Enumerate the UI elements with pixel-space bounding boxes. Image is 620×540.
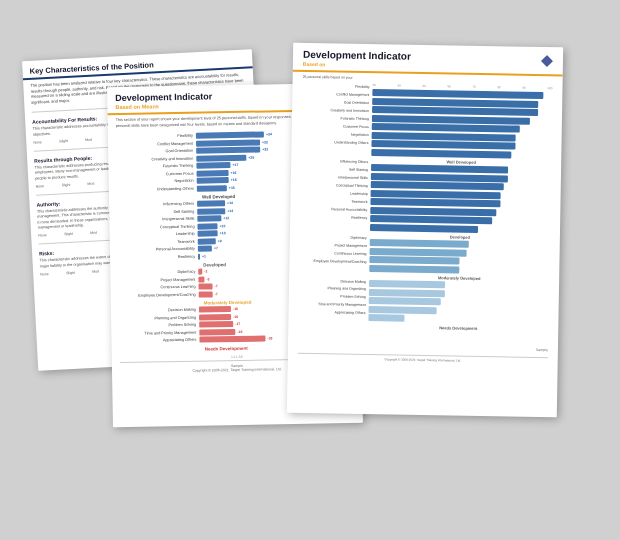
p2-skill-bar [197,170,229,177]
p3-bar-fill [369,306,438,314]
p3-scale-number: 40 [397,83,400,87]
page3-header: Development Indicator Based on [293,43,563,77]
p3-axis-label: Futuristic Thinking [302,116,372,121]
page3-chart-area: FlexibilityConflict ManagementGoal Orien… [288,79,562,335]
p2-skill-bar [196,155,246,162]
p2-skill-value: -7 [215,292,218,296]
p2-skill-bar [196,132,264,139]
p2-skill-bar [196,162,230,169]
page3-bar-rows: Well DevelopedDevelopedModerately Develo… [368,89,552,333]
p2-skill-bar [198,276,204,282]
p3-bar-fill [369,297,441,305]
p3-axis-label: Negotiation [302,131,372,136]
page3-axis-labels: FlexibilityConflict ManagementGoal Orien… [298,82,372,330]
p3-axis-label: Interpersonal Skills [301,175,371,180]
p2-skill-name: Personal Accountability [118,247,198,252]
p2-skill-value: +10 [220,232,226,236]
p1-scale-slight2: Slight [61,182,83,187]
p3-scale-number: 60 [447,84,450,88]
p2-skill-name: Project Management [118,278,198,283]
p2-skill-name: Self Starting [117,210,197,215]
p3-bar-fill [369,280,445,288]
p3-axis-label: Problem Solving [299,294,369,299]
p2-skill-value: -16 [233,307,238,311]
p3-axis-label: Time and Priority Management [299,302,369,307]
p2-skill-bar [198,246,212,252]
p2-skill-value: +9 [218,239,222,243]
p2-skill-name: Understanding Others [117,187,197,192]
p2-skill-value: +15 [229,186,235,190]
p3-axis-label: Teamwork [300,199,370,204]
p3-bar-fill [369,256,459,265]
p3-axis-label: Continuous Learning [300,251,370,256]
p2-skill-name: Negotiation [117,179,197,184]
p2-skill-name: Teamwork [118,240,198,245]
p2-skill-value: +16 [231,178,237,182]
p3-axis-label: Leadership [301,191,371,196]
p3-axis-label: Self Starting [301,167,371,172]
p2-skill-bar [197,223,217,229]
p3-axis-label: Diplomacy [300,235,370,240]
p2-skill-bar [197,177,229,184]
p2-skill-name: Interpersonal Skills [117,217,197,222]
p3-scale-number: 100 [547,86,552,90]
p2-skill-bar [199,321,233,328]
p2-skill-name: Futuristic Thinking [116,164,196,169]
p3-bar-fill [370,239,469,248]
p2-skill-name: Resiliency [118,255,198,260]
p2-skill-name: Employee Development/Coaching [119,293,199,298]
p2-skill-bar [197,201,225,207]
p3-scale-number: 90 [522,86,525,90]
p1-scale-mod: Mod [85,137,107,142]
p2-skill-name: Conflict Management [116,142,196,147]
p2-skill-name: Decision Making [119,308,199,313]
p3-scale-number: 80 [497,85,500,89]
page3-sample: Sample [536,347,548,351]
p3-axis-label: Creativity and Innovation [302,108,372,113]
p2-skill-name: Leadership [118,232,198,237]
p2-skill-name: Flexibility [116,134,196,139]
page2-copyright: Copyright © 2006-2021. Target Training I… [192,367,281,373]
p2-skill-name: Appreciating Others [119,338,199,343]
p3-bar-fill [369,289,445,297]
p3-bar-fill [370,224,478,233]
p2-skill-bar [199,306,231,313]
p2-skill-value: +32 [262,148,268,152]
p2-skill-name: Continuous Learning [119,285,199,290]
p3-axis-label: Employee Development/Coaching [299,258,369,263]
p3-axis-label: Decision Making [299,278,369,283]
p2-skill-value: +7 [214,247,218,251]
p2-skill-name: Creativity and Innovation [116,157,196,162]
p2-skill-value: -33 [267,337,272,341]
p2-skill-name: Planning and Organizing [119,316,199,321]
p2-skill-value: +17 [232,163,238,167]
p2-skill-name: Diplomacy [118,270,198,275]
p3-axis-label: Understanding Others [301,139,371,144]
p1-scale-none: None [33,140,55,145]
p3-axis-label: Goal Orientation [302,100,372,105]
p2-skill-name: Conceptual Thinking [117,225,197,230]
p2-skill-name: Goal Orientation [116,149,196,154]
p3-axis-label: Personal Accountability [300,207,370,212]
p3-bar-fill [370,207,496,216]
p2-skill-bar [197,216,221,222]
p2-skill-bar [199,291,213,297]
p3-axis-label: Planning and Organizing [299,286,369,291]
p2-skill-bar [196,147,260,154]
p3-axis-label: Conceptual Thinking [301,183,371,188]
p2-skill-value: +16 [231,171,237,175]
p2-skill-bar [198,231,218,237]
p2-skill-value: +1 [202,254,206,258]
p2-skill-bar [198,238,216,244]
p2-skill-name: Customer Focus [117,172,197,177]
p3-scale-number: 70 [472,85,475,89]
p2-skill-bar [197,208,225,214]
p2-skill-value: +14 [227,201,233,205]
page3-diamond-icon [541,53,553,71]
p3-axis-label: Resiliency [300,215,370,220]
p1-scale-mod2: Mod [87,181,109,186]
p3-axis-label: Project Management [300,243,370,248]
p2-skill-value: -16 [233,315,238,319]
p2-skill-bar [199,284,213,290]
p2-skill-name: Time and Priority Management [119,331,199,336]
